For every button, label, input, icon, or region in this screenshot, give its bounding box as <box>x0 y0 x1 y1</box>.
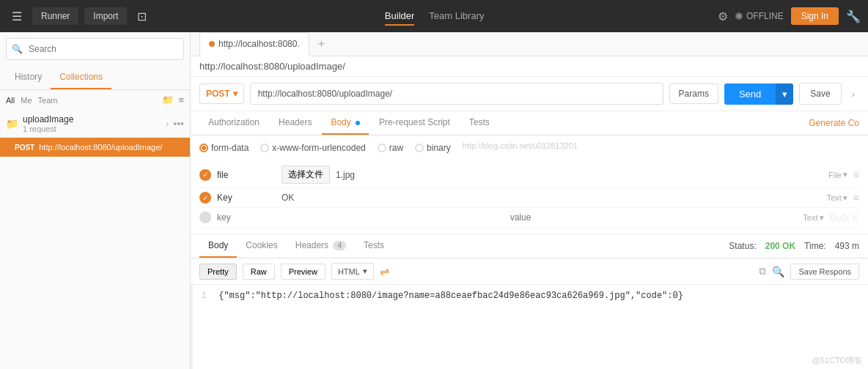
folder-icon: 📁 <box>6 118 18 130</box>
builder-tab[interactable]: Builder <box>385 7 414 26</box>
url-input[interactable] <box>250 83 663 105</box>
radio-circle-form-data <box>199 144 208 152</box>
sub-tab-headers[interactable]: Headers <box>270 111 320 135</box>
sub-tab-tests[interactable]: Tests <box>460 111 499 135</box>
type-dropdown-icon3: ▾ <box>820 213 824 223</box>
response-code: {"msg":"http://localhost:8080/image?name… <box>218 291 683 301</box>
empty-type-badge[interactable]: Text ▾ <box>803 213 823 223</box>
filter-tags: All Me Team <box>6 96 57 105</box>
method-select[interactable]: POST ▾ <box>199 83 244 104</box>
send-btn-group: Send ▾ <box>724 83 793 105</box>
format-type-select[interactable]: HTML ▾ <box>331 263 374 280</box>
radio-binary[interactable]: binary <box>415 143 451 153</box>
key-type-badge[interactable]: Text ▾ <box>827 193 847 203</box>
filter-team[interactable]: Team <box>38 96 58 105</box>
filter-all[interactable]: All <box>6 96 15 105</box>
key-empty-input[interactable] <box>217 212 504 223</box>
row-checkbox-key[interactable]: ✓ <box>199 192 211 204</box>
sidebar-filter-bar: All Me Team 📁 ≡ <box>0 90 190 110</box>
collection-item[interactable]: 📁 uploadImage 1 request › ••• <box>0 110 190 138</box>
time-value: 493 m <box>835 241 859 251</box>
response-tabs: Body Cookies Headers 4 Tests Status: <box>191 234 868 258</box>
more-dots-icon[interactable]: ••• <box>173 118 184 130</box>
file-type-badge[interactable]: File ▾ <box>828 170 847 179</box>
sub-tab-body[interactable]: Body <box>322 111 369 135</box>
key-value-text: OK <box>282 193 294 203</box>
response-area: Body Cookies Headers 4 Tests Status: <box>191 234 868 369</box>
params-button[interactable]: Params <box>669 83 718 104</box>
send-button[interactable]: Send <box>724 83 776 105</box>
sort-icon[interactable]: ≡ <box>178 94 184 105</box>
row-menu-key[interactable]: ≡ <box>853 192 859 204</box>
radio-urlencoded[interactable]: x-www-form-urlencoded <box>260 143 365 153</box>
sub-tab-authorization[interactable]: Authorization <box>199 111 268 135</box>
row-checkbox-file[interactable]: ✓ <box>199 169 211 181</box>
raw-button[interactable]: Raw <box>243 264 275 280</box>
file-value-text: 1.jpg <box>336 170 355 180</box>
form-row-key: ✓ Key OK Text ▾ ≡ <box>199 188 859 208</box>
type-dropdown-icon: ▾ <box>843 170 847 179</box>
new-folder-icon[interactable]: 📁 <box>162 94 174 105</box>
response-tab-left: Body Cookies Headers 4 Tests <box>199 234 393 258</box>
body-area: form-data x-www-form-urlencoded raw bina… <box>191 135 868 234</box>
main-layout: 🔍 History Collections All Me Team 📁 ≡ 📁 <box>0 32 868 369</box>
format-dropdown-icon: ▾ <box>363 266 367 276</box>
save-response-button[interactable]: Save Respons <box>790 264 859 280</box>
response-tab-tests[interactable]: Tests <box>355 234 393 258</box>
filter-me[interactable]: Me <box>21 96 32 105</box>
tab-bar-top: http://localhost:8080. + <box>191 32 868 56</box>
form-value-area-key: OK <box>282 193 821 203</box>
sub-tab-pre-request[interactable]: Pre-request Script <box>370 111 459 135</box>
preview-button[interactable]: Preview <box>281 264 326 280</box>
response-tab-body[interactable]: Body <box>199 234 237 258</box>
form-key-key: Key <box>217 193 276 203</box>
request-tab-dot <box>209 41 215 47</box>
sidebar-actions: 📁 ≡ <box>162 94 184 105</box>
response-content: 1{"msg":"http://localhost:8080/image?nam… <box>191 285 868 369</box>
new-window-icon[interactable]: ⊡ <box>133 7 151 26</box>
row-menu-file[interactable]: ≡ <box>853 169 859 181</box>
more-options-icon[interactable]: › <box>847 86 859 102</box>
form-row-empty: Text ▾ Bulk E <box>199 208 859 228</box>
method-badge: POST <box>15 144 34 152</box>
sidebar-toggle-icon[interactable]: ☰ <box>7 7 26 26</box>
radio-form-data[interactable]: form-data <box>199 143 249 153</box>
row-menu-empty: Bulk E <box>830 212 859 223</box>
form-row-file: ✓ file 选择文件 1.jpg File ▾ ≡ <box>199 162 859 188</box>
type-dropdown-icon2: ▾ <box>843 193 847 203</box>
radio-circle-raw <box>378 144 386 152</box>
search-box: 🔍 <box>6 38 184 60</box>
save-button[interactable]: Save <box>799 83 841 105</box>
wrap-icon[interactable]: ⇌ <box>380 264 389 278</box>
sidebar-tab-collections[interactable]: Collections <box>51 66 111 89</box>
sub-tab-left: Authorization Headers Body Pre-request S… <box>199 111 499 135</box>
row-checkbox-empty[interactable] <box>199 212 211 223</box>
response-status: Status: 200 OK Time: 493 m <box>729 241 859 251</box>
pretty-button[interactable]: Pretty <box>199 264 237 280</box>
sidebar-tab-history[interactable]: History <box>6 66 51 89</box>
body-type-radio-group: form-data x-www-form-urlencoded raw bina… <box>199 141 859 154</box>
response-tab-cookies[interactable]: Cookies <box>237 234 286 258</box>
body-dot <box>356 121 360 125</box>
sign-in-button[interactable]: Sign In <box>791 7 839 25</box>
send-dropdown-button[interactable]: ▾ <box>776 83 793 105</box>
generate-code-link[interactable]: Generate Co <box>809 118 859 128</box>
copy-icon[interactable]: ⧉ <box>759 265 766 277</box>
team-library-tab[interactable]: Team Library <box>429 7 484 26</box>
import-button[interactable]: Import <box>84 7 127 25</box>
response-tab-headers[interactable]: Headers 4 <box>287 234 355 258</box>
runner-button[interactable]: Runner <box>32 7 78 25</box>
wrench-icon[interactable]: 🔧 <box>846 10 861 23</box>
status-label: Status: <box>729 241 756 251</box>
search-response-icon[interactable]: 🔍 <box>772 266 784 277</box>
request-builder: POST ▾ Params Send ▾ Save › <box>191 77 868 111</box>
gear-icon[interactable]: ⚙ <box>718 10 728 23</box>
value-empty-input[interactable] <box>510 212 798 223</box>
radio-raw[interactable]: raw <box>378 143 403 153</box>
file-choose-button[interactable]: 选择文件 <box>282 165 330 184</box>
request-tab[interactable]: http://localhost:8080. <box>199 32 309 56</box>
add-tab-icon[interactable]: + <box>312 34 331 53</box>
active-request-item[interactable]: POST http://localhost:8080/uploadImage/ <box>0 138 190 157</box>
search-input[interactable] <box>6 38 184 60</box>
response-toolbar: Pretty Raw Preview HTML ▾ ⇌ ⧉ 🔍 Save Res… <box>191 258 868 285</box>
